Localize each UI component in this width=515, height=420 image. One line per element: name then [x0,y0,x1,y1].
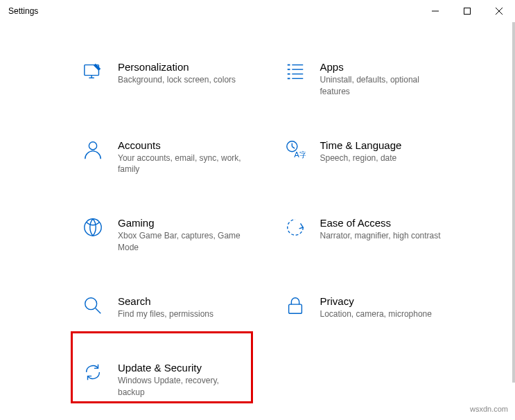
category-time-language[interactable]: A字 Time & Language Speech, region, date [279,135,453,180]
svg-point-15 [89,141,96,149]
svg-point-20 [85,219,101,236]
category-personalization[interactable]: Personalization Background, lock screen,… [76,57,251,102]
category-desc: Narrator, magnifier, high contrast [320,230,449,242]
svg-rect-1 [464,8,471,15]
category-title: Gaming [118,217,247,229]
category-search[interactable]: Search Find my files, permissions [76,291,251,324]
svg-text:A字: A字 [294,150,306,159]
scrollbar[interactable] [512,22,515,383]
category-desc: Xbox Game Bar, captures, Game Mode [118,230,247,254]
category-title: Apps [320,61,449,73]
category-desc: Windows Update, recovery, backup [118,375,247,399]
ease-of-access-icon [283,217,308,242]
gaming-icon [80,217,105,242]
apps-icon [283,61,308,86]
category-privacy[interactable]: Privacy Location, camera, microphone [279,291,453,324]
category-accounts[interactable]: Accounts Your accounts, email, sync, wor… [76,135,251,180]
update-security-icon [80,362,105,387]
category-title: Time & Language [320,139,449,151]
minimize-button[interactable] [419,0,451,22]
close-icon [496,8,503,15]
category-title: Privacy [320,295,449,307]
category-ease-of-access[interactable]: Ease of Access Narrator, magnifier, high… [279,213,453,258]
category-desc: Speech, region, date [320,152,449,164]
category-title: Accounts [118,139,247,151]
category-desc: Find my files, permissions [118,308,247,320]
category-title: Personalization [118,61,247,73]
window-controls [419,0,515,22]
maximize-icon [464,8,471,15]
search-icon [80,295,105,320]
category-title: Ease of Access [320,217,449,229]
watermark: wsxdn.com [470,405,508,413]
category-gaming[interactable]: Gaming Xbox Game Bar, captures, Game Mod… [76,213,251,258]
category-title: Update & Security [118,362,247,374]
accounts-icon [80,139,105,164]
svg-line-18 [292,146,295,148]
svg-point-21 [85,298,97,310]
category-title: Search [118,295,247,307]
settings-categories: Personalization Background, lock screen,… [0,22,515,416]
window-title: Settings [8,6,38,16]
category-desc: Background, lock screen, colors [118,74,247,86]
privacy-icon [283,295,308,320]
maximize-button[interactable] [451,0,483,22]
category-apps[interactable]: Apps Uninstall, defaults, optional featu… [279,57,453,102]
category-desc: Your accounts, email, sync, work, family [118,152,247,176]
svg-rect-23 [288,304,302,313]
close-button[interactable] [483,0,515,22]
category-update-security[interactable]: Update & Security Windows Update, recove… [76,358,251,403]
time-language-icon: A字 [283,139,308,164]
minimize-icon [432,8,439,15]
category-desc: Uninstall, defaults, optional features [320,74,449,98]
personalization-icon [80,61,105,86]
titlebar: Settings [0,0,515,22]
svg-line-22 [96,308,101,314]
category-desc: Location, camera, microphone [320,308,449,320]
